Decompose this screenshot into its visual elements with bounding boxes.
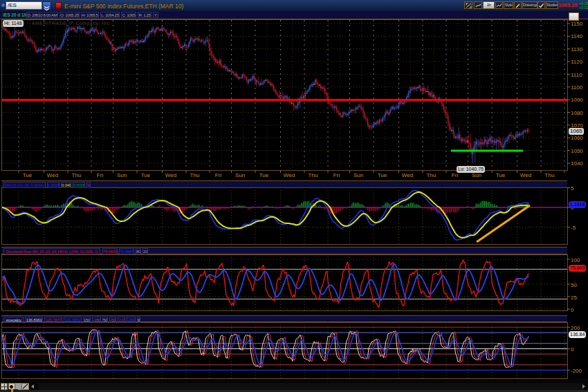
svg-text:1060: 1060 (571, 135, 583, 141)
svg-text:Tue: Tue (259, 172, 269, 178)
svg-text:0: 0 (571, 346, 574, 353)
svg-text:1130: 1130 (571, 46, 583, 53)
svg-text:Tue: Tue (23, 172, 33, 178)
svg-text:Sun: Sun (117, 172, 127, 178)
svg-text:Fri: Fri (333, 172, 340, 178)
svg-text:Sun: Sun (235, 172, 245, 178)
svg-text:Thu: Thu (545, 172, 555, 178)
svg-text:200: 200 (571, 325, 580, 331)
svg-text:Tue: Tue (141, 172, 151, 178)
svg-text:1100: 1100 (571, 84, 583, 91)
svg-text:25: 25 (571, 295, 577, 301)
svg-text:1050: 1050 (571, 148, 583, 154)
svg-text:Tue: Tue (496, 172, 506, 178)
svg-text:100: 100 (571, 257, 580, 263)
svg-text:Thu: Thu (309, 172, 318, 178)
svg-text:-5: -5 (571, 225, 576, 231)
svg-text:1080: 1080 (571, 110, 583, 116)
svg-text:1140: 1140 (571, 33, 583, 39)
svg-text:1110: 1110 (571, 72, 582, 78)
svg-text:Wed: Wed (520, 172, 531, 178)
svg-text:Thu: Thu (72, 172, 82, 178)
svg-text:1120: 1120 (571, 59, 583, 65)
svg-text:Fri: Fri (215, 172, 222, 178)
svg-text:Fri: Fri (452, 172, 459, 178)
svg-text:5: 5 (571, 185, 574, 192)
svg-text:Sun: Sun (353, 172, 363, 178)
svg-text:50: 50 (571, 282, 577, 288)
svg-text:Wed: Wed (402, 172, 413, 178)
svg-text:Fri: Fri (97, 172, 104, 178)
svg-text:-200: -200 (571, 368, 582, 374)
svg-text:Thu: Thu (190, 172, 200, 178)
svg-text:Thu: Thu (427, 172, 437, 178)
svg-text:1040: 1040 (571, 160, 583, 167)
svg-text:0: 0 (571, 307, 574, 313)
svg-text:Wed: Wed (47, 172, 58, 178)
svg-text:Tue: Tue (378, 172, 387, 178)
svg-text:Sun: Sun (472, 172, 481, 178)
svg-text:Wed: Wed (284, 172, 295, 178)
svg-text:1150: 1150 (571, 21, 583, 27)
svg-text:Wed: Wed (165, 172, 176, 178)
svg-text:1090: 1090 (571, 97, 583, 103)
